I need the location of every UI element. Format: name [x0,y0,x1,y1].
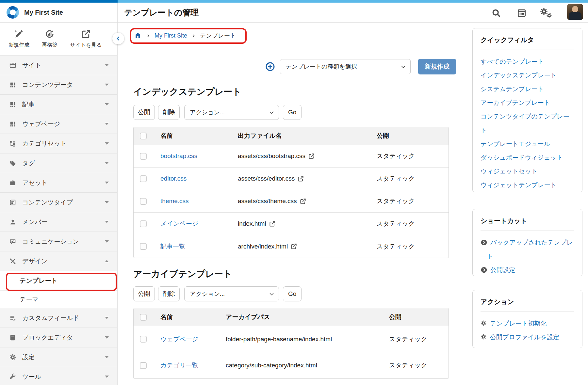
quick-action-create[interactable]: 新規作成 [8,29,29,49]
sidebar-item-site[interactable]: サイト [0,55,117,75]
chevron-down-icon [105,64,109,66]
shortcuts-title: ショートカット [481,217,574,231]
sidebar-item-pages[interactable]: ウェブページ [0,114,117,134]
publish-button[interactable]: 公開 [133,286,155,301]
action-publish-profile-link[interactable]: 公開プロファイルを設定 [490,334,559,341]
sidebar-item-category-sets[interactable]: カテゴリセット [0,134,117,153]
quick-action-rebuild[interactable]: 再構築 [42,29,57,49]
breadcrumb-site-link[interactable]: My First Site [155,32,187,39]
row-checkbox[interactable] [140,175,147,182]
row-checkbox[interactable] [140,362,147,369]
template-name-link[interactable]: editor.css [160,175,187,182]
shortcut-backup-templates-link[interactable]: バックアップされたテンプレート [481,239,573,260]
template-name-link[interactable]: bootstrap.css [160,152,197,159]
create-new-button[interactable]: 新規作成 [418,59,456,74]
row-checkbox[interactable] [140,198,147,205]
template-name-link[interactable]: メインページ [160,220,198,227]
brand-area[interactable]: My First Site [0,3,118,22]
template-name-link[interactable]: ウェブページ [160,336,198,343]
shortcut-publish-settings-link[interactable]: 公開設定 [490,266,515,273]
open-in-new-icon[interactable] [269,221,275,227]
quick-filter-panel: クイックフィルタ すべてのテンプレート インデックステンプレート システムテンプ… [472,28,582,192]
go-button[interactable]: Go [283,286,302,301]
open-in-new-icon[interactable] [300,198,306,204]
action-initialize-templates-link[interactable]: テンプレート初期化 [490,320,547,327]
shortcuts-panel: ショートカット バックアップされたテンプレート 公開設定 [472,209,582,276]
row-checkbox[interactable] [140,153,147,160]
sidebar-item-assets[interactable]: アセット [0,173,117,192]
browser-window-icon [9,62,16,69]
sidebar-item-design[interactable]: デザイン [0,251,117,271]
sidebar-item-tools[interactable]: ツール [0,367,117,385]
select-all-checkbox[interactable] [140,133,147,139]
user-avatar[interactable] [567,4,583,20]
filter-link-widget-sets[interactable]: ウィジェットセット [481,165,574,178]
filter-link-archive-templates[interactable]: アーカイブテンプレート [481,96,574,110]
open-in-new-icon[interactable] [291,243,297,249]
chevron-down-icon [105,221,109,223]
system-menu-button[interactable] [516,8,527,19]
table-row: カテゴリ一覧 category/sub-category/index.html … [134,352,449,378]
chevron-down-icon [105,201,109,203]
content-grid-icon [9,101,16,108]
chevron-down-icon [105,356,109,358]
template-name-link[interactable]: カテゴリ一覧 [160,362,198,369]
row-checkbox[interactable] [140,336,147,343]
filter-link-dashboard-widgets[interactable]: ダッシュボードウィジェット [481,151,574,165]
sidebar-item-block-editor[interactable]: ブロックエディタ [0,328,117,347]
sidebar-item-tags[interactable]: タグ [0,153,117,173]
gear-icon [481,320,487,326]
block-editor-icon [9,334,16,341]
sidebar-quick-actions: 新規作成 再構築 サイトを見る [0,23,117,55]
template-name-link[interactable]: theme.css [160,198,189,204]
publish-status: スタティック [389,361,449,370]
sidebar-item-content-types[interactable]: コンテンツタイプ [0,192,117,212]
filter-link-widget-templates[interactable]: ウィジェットテンプレート [481,178,574,192]
template-name-link[interactable]: 記事一覧 [160,243,185,250]
filter-link-template-modules[interactable]: テンプレートモジュール [481,137,574,151]
open-in-new-icon[interactable] [308,153,315,159]
sidebar-item-content-data[interactable]: コンテンツデータ [0,75,117,94]
delete-button[interactable]: 削除 [158,105,180,120]
top-strip-light [118,0,588,3]
open-in-new-icon[interactable] [298,176,304,182]
main-content: My First Site テンプレート テンプレートの種類を選択 新規作成 イ… [118,23,472,385]
action-select[interactable]: アクション... [184,105,279,120]
search-button[interactable] [491,8,502,19]
chevron-down-icon [105,84,109,86]
left-sidebar: 新規作成 再構築 サイトを見る サイト コンテンツデータ 記事 [0,23,118,385]
panel-list-icon [517,8,527,18]
open-in-new-icon [81,29,91,39]
sidebar-item-entries[interactable]: 記事 [0,94,117,114]
quick-filter-title: クイックフィルタ [481,36,574,50]
sidebar-item-custom-fields[interactable]: カスタムフィールド [0,308,117,328]
sidebar-collapse-button[interactable] [112,33,124,44]
output-path: assets/css/theme.css [238,198,297,205]
chevron-left-icon [115,36,121,41]
select-all-checkbox[interactable] [140,314,147,321]
sidebar-item-members[interactable]: メンバー [0,212,117,232]
add-template-icon[interactable] [265,62,275,72]
sidebar-item-themes[interactable]: テーマ [0,290,117,308]
sidebar-item-communication[interactable]: コミュニケーション [0,232,117,251]
sidebar-item-settings[interactable]: 設定 [0,347,117,367]
member-icon [9,218,16,226]
row-checkbox[interactable] [140,220,147,227]
chevron-down-icon [105,162,109,164]
template-type-select[interactable]: テンプレートの種類を選択 [280,59,411,74]
delete-button[interactable]: 削除 [158,286,180,301]
row-checkbox[interactable] [140,243,147,250]
quick-action-view-site[interactable]: サイトを見る [70,29,102,49]
filter-link-index-templates[interactable]: インデックステンプレート [481,69,574,82]
sidebar-item-templates[interactable]: テンプレート [0,271,117,290]
settings-menu-button[interactable] [539,7,555,20]
table-row: editor.css assets/css/editor.css スタティック [134,168,449,190]
filter-link-system-templates[interactable]: システムテンプレート [481,82,574,96]
output-path: index.html [238,220,266,227]
home-icon[interactable] [134,32,142,40]
filter-link-content-type-templates[interactable]: コンテンツタイプのテンプレート [481,110,574,137]
filter-link-all-templates[interactable]: すべてのテンプレート [481,55,574,69]
publish-button[interactable]: 公開 [133,105,155,120]
go-button[interactable]: Go [283,105,302,120]
action-select[interactable]: アクション... [184,286,279,301]
